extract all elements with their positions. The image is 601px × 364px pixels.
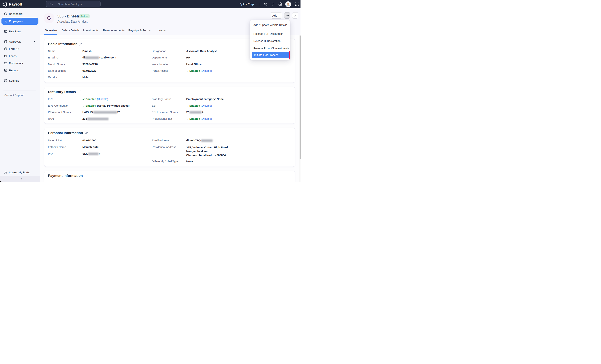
- svg-text:₹: ₹: [5, 55, 6, 57]
- svg-text:16: 16: [5, 48, 6, 49]
